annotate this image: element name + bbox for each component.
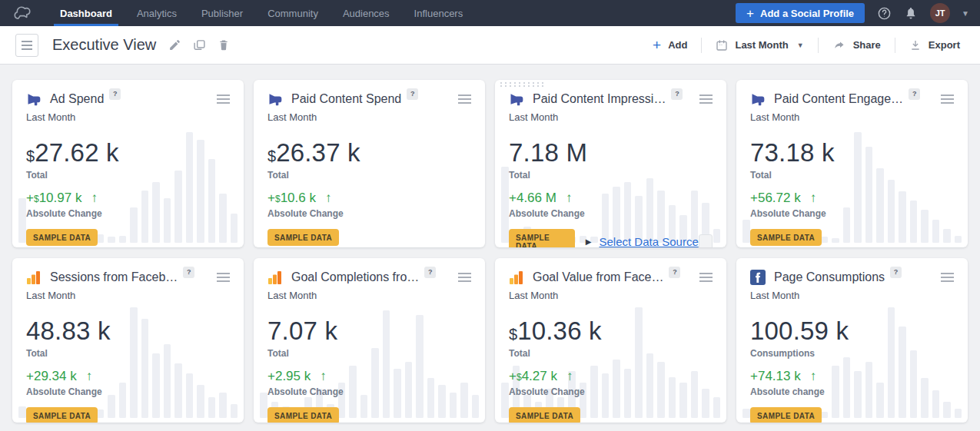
separator xyxy=(818,38,819,53)
metric-value-label: Total xyxy=(26,348,230,359)
help-badge[interactable]: ? xyxy=(183,267,194,278)
card-menu-button[interactable] xyxy=(217,270,230,284)
help-icon[interactable] xyxy=(876,5,892,21)
up-arrow-icon: ↑ xyxy=(566,191,573,206)
select-data-source-link[interactable]: Select Data Source xyxy=(600,235,699,247)
chevron-down-icon: ▼ xyxy=(797,41,804,49)
app-logo-icon[interactable] xyxy=(9,0,35,26)
metric-value-label: Total xyxy=(509,348,713,359)
chart-bar xyxy=(713,229,721,243)
card-menu-button[interactable] xyxy=(699,92,713,106)
sample-data-badge: SAMPLE DATA xyxy=(750,407,822,423)
card-menu-button[interactable] xyxy=(941,92,954,106)
help-badge[interactable]: ? xyxy=(407,88,418,100)
change-label: Absolute Change xyxy=(26,386,230,397)
change-sign: + xyxy=(26,369,34,384)
kpi-card: Page Consumptions ? Last Month 100.59 k … xyxy=(736,258,968,423)
account-chevron-down-icon[interactable]: ▼ xyxy=(962,9,969,18)
duplicate-icon[interactable] xyxy=(193,38,206,51)
chart-bar xyxy=(18,198,26,243)
data-source-checkbox[interactable] xyxy=(699,234,713,248)
nav-tab-dashboard[interactable]: Dashboard xyxy=(48,0,125,26)
nav-tab-audiences[interactable]: Audiences xyxy=(331,0,402,26)
drag-handle[interactable] xyxy=(500,82,545,87)
card-menu-button[interactable] xyxy=(217,92,230,106)
share-button[interactable]: Share xyxy=(829,39,884,51)
add-social-profile-button[interactable]: + Add a Social Profile xyxy=(736,3,865,23)
card-title: Sessions from Faceb… xyxy=(50,270,178,284)
card-period: Last Month xyxy=(26,290,230,301)
card-menu-button[interactable] xyxy=(699,270,713,284)
widget-grid: Ad Spend ? Last Month $ 27.62 k Total + … xyxy=(12,80,968,423)
card-title: Goal Value from Face… xyxy=(533,270,663,284)
export-button[interactable]: Export xyxy=(906,39,963,51)
nav-tab-community[interactable]: Community xyxy=(255,0,331,26)
card-menu-button[interactable] xyxy=(941,270,954,284)
export-label: Export xyxy=(929,39,960,51)
kpi-card: Paid Content Engage… ? Last Month 73.18 … xyxy=(736,80,968,247)
analytics-icon xyxy=(26,270,42,285)
card-menu-button[interactable] xyxy=(458,92,471,106)
currency-symbol: $ xyxy=(26,148,35,165)
card-title: Paid Content Impressi… xyxy=(533,92,666,106)
add-widget-button[interactable]: + Add xyxy=(649,38,690,52)
card-period: Last Month xyxy=(267,290,471,301)
card-period: Last Month xyxy=(509,290,713,301)
dashboard-list-menu-button[interactable] xyxy=(15,34,38,57)
metric-value-label: Total xyxy=(267,348,471,359)
date-range-label: Last Month xyxy=(735,39,788,51)
metric-value-label: Total xyxy=(750,170,954,181)
sample-data-badge: SAMPLE DATA xyxy=(509,407,580,423)
change-sign: + xyxy=(509,191,517,206)
card-period: Last Month xyxy=(750,290,954,301)
kpi-card: Goal Value from Face… ? Last Month $ 10.… xyxy=(495,258,726,423)
card-menu-button[interactable] xyxy=(458,270,471,284)
delete-trash-icon[interactable] xyxy=(218,38,230,51)
chart-bar xyxy=(955,236,962,243)
metric-value: 7.18 M xyxy=(509,138,587,167)
facebook-icon xyxy=(750,270,766,285)
help-badge[interactable]: ? xyxy=(669,267,680,278)
chart-bar xyxy=(501,383,509,418)
nav-tab-influencers[interactable]: Influencers xyxy=(402,0,476,26)
metric-value: 27.62 k xyxy=(35,138,119,167)
sample-data-badge: SAMPLE DATA xyxy=(509,229,575,247)
edit-pencil-icon[interactable] xyxy=(168,38,181,51)
notifications-bell-icon[interactable] xyxy=(903,5,919,21)
megaphone-icon xyxy=(750,91,766,107)
chart-bar xyxy=(231,214,238,243)
dashboard-toolbar: Executive View + Add Last Month ▼ xyxy=(0,26,980,65)
separator xyxy=(701,38,702,53)
metric-value: 10.36 k xyxy=(517,317,602,346)
help-badge[interactable]: ? xyxy=(671,88,683,100)
card-title: Page Consumptions xyxy=(774,270,885,284)
sample-data-badge: SAMPLE DATA xyxy=(26,407,98,423)
toolbar-actions: + Add Last Month ▼ Share xyxy=(649,38,963,53)
nav-tabs: DashboardAnalyticsPublisherCommunityAudi… xyxy=(48,0,475,26)
calendar-icon xyxy=(716,39,728,51)
nav-tab-analytics[interactable]: Analytics xyxy=(125,0,189,26)
avatar-initials: JT xyxy=(935,8,945,18)
up-arrow-icon: ↑ xyxy=(325,191,332,206)
card-period: Last Month xyxy=(26,111,230,123)
kpi-card: Paid Content Impressi… ? Last Month 7.18… xyxy=(495,80,726,247)
chart-bar xyxy=(260,393,267,418)
user-avatar[interactable]: JT xyxy=(930,3,950,23)
change-label: Absolute Change xyxy=(750,208,954,219)
metric-value-label: Consumptions xyxy=(750,348,954,359)
help-badge[interactable]: ? xyxy=(109,88,121,100)
chart-bar xyxy=(742,220,750,243)
help-badge[interactable]: ? xyxy=(890,267,902,278)
help-badge[interactable]: ? xyxy=(424,267,436,278)
metric-value-label: Total xyxy=(26,170,230,181)
plus-icon: + xyxy=(746,7,754,20)
date-range-selector[interactable]: Last Month ▼ xyxy=(713,39,806,51)
nav-tab-publisher[interactable]: Publisher xyxy=(189,0,255,26)
card-title: Paid Content Engage… xyxy=(774,92,903,106)
help-badge[interactable]: ? xyxy=(909,88,920,100)
change-value: 74.13 k xyxy=(758,369,801,384)
metric-value-label: Total xyxy=(267,170,471,181)
change-currency-symbol: $ xyxy=(517,372,522,383)
metric-value: 48.83 k xyxy=(26,317,111,346)
change-label: Absolute Change xyxy=(509,386,713,397)
